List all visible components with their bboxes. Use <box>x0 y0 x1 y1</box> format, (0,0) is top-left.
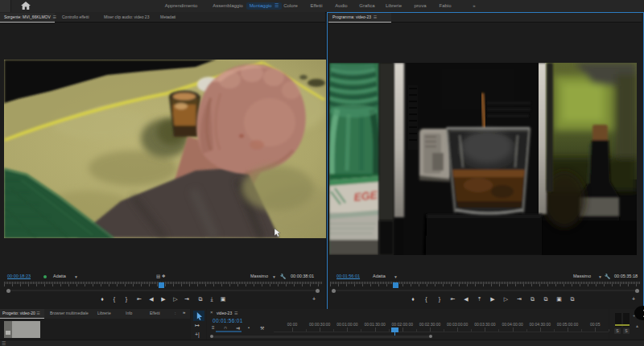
svg-text:EGE: EGE <box>353 188 379 204</box>
